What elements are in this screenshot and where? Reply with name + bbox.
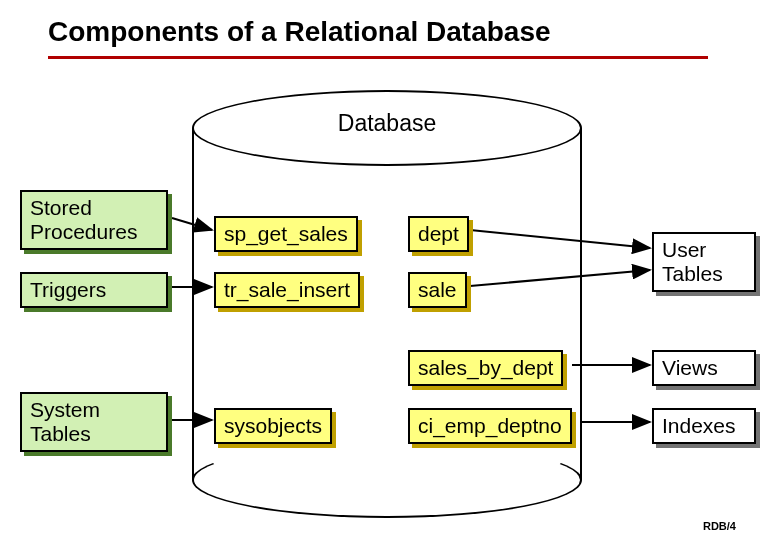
item-dept: dept xyxy=(408,216,469,252)
item-sale: sale xyxy=(408,272,467,308)
label-stored-procedures: Stored Procedures xyxy=(20,190,168,250)
title-underline xyxy=(48,56,708,59)
item-sp-get-sales: sp_get_sales xyxy=(214,216,358,252)
cylinder-bottom xyxy=(192,442,582,518)
item-ci-emp-deptno: ci_emp_deptno xyxy=(408,408,572,444)
label-user-tables: User Tables xyxy=(652,232,756,292)
label-system-tables: System Tables xyxy=(20,392,168,452)
item-sysobjects: sysobjects xyxy=(214,408,332,444)
footer-slide-number: RDB/4 xyxy=(703,520,736,532)
item-sales-by-dept: sales_by_dept xyxy=(408,350,563,386)
label-indexes: Indexes xyxy=(652,408,756,444)
database-label: Database xyxy=(192,110,582,137)
label-views: Views xyxy=(652,350,756,386)
page-title: Components of a Relational Database xyxy=(48,16,551,48)
item-tr-sale-insert: tr_sale_insert xyxy=(214,272,360,308)
label-triggers: Triggers xyxy=(20,272,168,308)
